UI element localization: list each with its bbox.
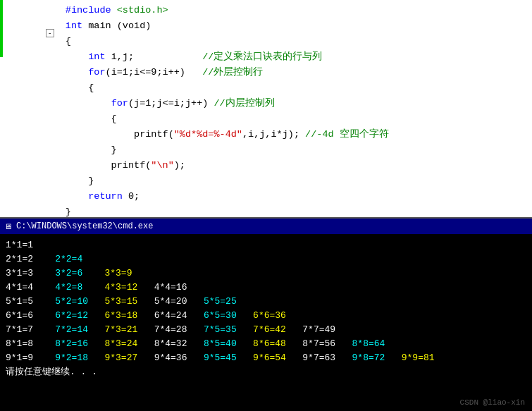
cmd-output-line-8: 8*1=8 8*2=16 8*3=24 8*4=32 8*5=40 8*6=48… — [6, 337, 526, 351]
cmd-output-line-7: 7*1=7 7*2=14 7*3=21 7*4=28 7*5=35 7*6=42… — [6, 323, 526, 337]
output-text-7f: 7*6=42 — [253, 323, 302, 337]
output-text-1: 1*1=1 — [6, 238, 33, 252]
output-text-5a: 5*1=5 — [6, 295, 55, 309]
output-text-9g: 9*7=63 — [302, 351, 352, 365]
output-text-3a: 3*1=3 — [6, 266, 55, 281]
output-text-4a: 4*1=4 — [6, 281, 55, 295]
green-bar — [0, 0, 3, 57]
cmd-output-line-1: 1*1=1 — [6, 238, 526, 252]
output-text-7b: 7*2=14 — [55, 323, 104, 337]
code-text-14: } — [16, 189, 532, 219]
output-text-7e: 7*5=35 — [204, 323, 253, 337]
output-text-5c: 5*3=15 — [104, 295, 154, 309]
output-text-5e: 5*5=25 — [204, 295, 237, 309]
output-text-3c: 3*3=9 — [104, 266, 132, 281]
output-text-6c: 6*3=18 — [104, 309, 154, 323]
code-editor: #include <stdio.h> - int main (void) { — [0, 0, 532, 219]
output-press-any-key: 请按任意键继续. . . — [6, 365, 97, 379]
output-text-5d: 5*4=20 — [154, 295, 204, 309]
output-text-9d: 9*4=36 — [154, 351, 204, 365]
code-line-14: } — [0, 204, 532, 219]
output-text-5b: 5*2=10 — [55, 295, 104, 309]
cmd-output-line-5: 5*1=5 5*2=10 5*3=15 5*4=20 5*5=25 — [6, 295, 526, 309]
output-text-9f: 9*6=54 — [253, 351, 302, 365]
output-text-8f: 8*6=48 — [253, 337, 302, 351]
cmd-output-line-3: 3*1=3 3*2=6 3*3=9 — [6, 266, 526, 281]
output-text-6d: 6*4=24 — [154, 309, 204, 323]
editor-content: #include <stdio.h> - int main (void) { — [0, 0, 532, 217]
output-text-7a: 7*1=7 — [6, 323, 55, 337]
output-text-7d: 7*4=28 — [154, 323, 204, 337]
cmd-titlebar: 🖥 C:\WINDOWS\system32\cmd.exe — [0, 219, 532, 234]
output-text-8e: 8*5=40 — [204, 337, 253, 351]
cmd-title: C:\WINDOWS\system32\cmd.exe — [16, 221, 153, 231]
output-text-4b: 4*2=8 — [55, 281, 104, 295]
watermark: CSDN @liao-xin — [460, 398, 525, 407]
line-gutter-2: - — [0, 0, 16, 57]
output-text-2b: 2*2=4 — [55, 252, 82, 266]
cmd-output-line-9: 9*1=9 9*2=18 9*3=27 9*4=36 9*5=45 9*6=54… — [6, 351, 526, 365]
output-text-6a: 6*1=6 — [6, 309, 55, 323]
output-text-4d: 4*4=16 — [154, 281, 187, 295]
cmd-output-line-4: 4*1=4 4*2=8 4*3=12 4*4=16 — [6, 281, 526, 295]
output-text-2: 2*1=2 — [6, 252, 55, 266]
output-text-6e: 6*5=30 — [204, 309, 253, 323]
output-text-8b: 8*2=16 — [55, 337, 104, 351]
output-text-8d: 8*4=32 — [154, 337, 204, 351]
cmd-icon: 🖥 — [4, 222, 12, 231]
output-text-6f: 6*6=36 — [253, 309, 286, 323]
output-text-6b: 6*2=12 — [55, 309, 104, 323]
collapse-button[interactable]: - — [46, 29, 54, 37]
cmd-content: 1*1=1 2*1=2 2*2=4 3*1=3 3*2=6 3*3=9 4*1=… — [0, 234, 532, 411]
output-text-4c: 4*3=12 — [104, 281, 154, 295]
output-text-7c: 7*3=21 — [104, 323, 154, 337]
output-text-8h: 8*8=64 — [352, 337, 385, 351]
output-text-7g: 7*7=49 — [302, 323, 335, 337]
cmd-window: 🖥 C:\WINDOWS\system32\cmd.exe 1*1=1 2*1=… — [0, 219, 532, 411]
output-text-3b: 3*2=6 — [55, 266, 104, 281]
output-text-9i: 9*9=81 — [402, 351, 435, 365]
cmd-output-line-10: 请按任意键继续. . . — [6, 365, 526, 379]
output-text-8g: 8*7=56 — [302, 337, 352, 351]
output-text-9e: 9*5=45 — [204, 351, 253, 365]
cmd-output-line-6: 6*1=6 6*2=12 6*3=18 6*4=24 6*5=30 6*6=36 — [6, 309, 526, 323]
output-text-9a: 9*1=9 — [6, 351, 55, 365]
output-text-9b: 9*2=18 — [55, 351, 104, 365]
output-text-9c: 9*3=27 — [104, 351, 154, 365]
cmd-output-line-2: 2*1=2 2*2=4 — [6, 252, 526, 266]
output-text-8a: 8*1=8 — [6, 337, 55, 351]
output-text-8c: 8*3=24 — [104, 337, 154, 351]
brace-main-close: } — [66, 207, 71, 217]
output-text-9h: 9*8=72 — [352, 351, 402, 365]
